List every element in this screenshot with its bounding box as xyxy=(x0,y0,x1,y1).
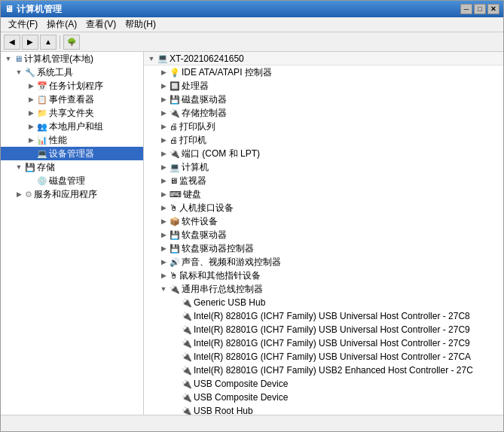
right-item-usb-root1[interactable]: 🔌 USB Root Hub xyxy=(144,404,503,415)
sidebar-item-perf[interactable]: ▶ 📊 性能 xyxy=(1,133,143,147)
sidebar-item-services[interactable]: ▶ ⚙ 服务和应用程序 xyxy=(1,187,143,201)
menu-bar: 文件(F) 操作(A) 查看(V) 帮助(H) xyxy=(1,17,503,32)
sidebar-item-task[interactable]: ▶ 📅 任务计划程序 xyxy=(1,79,143,93)
right-item-cpu[interactable]: ▶ 🔲 处理器 xyxy=(144,79,503,93)
softdev-expander: ▶ xyxy=(157,215,170,227)
right-item-storage-ctrl[interactable]: ▶ 🔌 存储控制器 xyxy=(144,106,503,120)
hdd-icon: 💾 xyxy=(170,95,180,105)
sidebar-item-devmgr[interactable]: 💻 设备管理器 xyxy=(1,147,143,160)
sidebar-item-user[interactable]: ▶ 👥 本地用户和组 xyxy=(1,120,143,133)
sidebar-item-share[interactable]: ▶ 📁 共享文件夹 xyxy=(1,106,143,120)
right-item-com[interactable]: ▶ 🔌 端口 (COM 和 LPT) xyxy=(144,147,503,160)
computer-icon: 💻 xyxy=(170,163,180,172)
storage-label: 存储 xyxy=(37,161,55,174)
usb-ctrl3-icon: 🔌 xyxy=(182,339,192,348)
right-item-printer[interactable]: ▶ 🖨 打印机 xyxy=(144,133,503,147)
right-root[interactable]: ▼ 💻 XT-202106241650 xyxy=(144,52,503,65)
printer-expander: ▶ xyxy=(157,134,170,146)
share-label: 共享文件夹 xyxy=(49,107,94,120)
right-item-usb-ctrl2[interactable]: 🔌 Intel(R) 82801G (ICH7 Family) USB Univ… xyxy=(144,323,503,336)
status-bar xyxy=(1,415,503,431)
window-icon: 🖥 xyxy=(5,4,14,14)
sidebar-item-disk[interactable]: 💿 磁盘管理 xyxy=(1,174,143,187)
menu-help[interactable]: 帮助(H) xyxy=(121,17,160,32)
right-item-keyboard[interactable]: ▶ ⌨ 键盘 xyxy=(144,187,503,201)
sidebar-item-sys-tools[interactable]: ▼ 🔧 系统工具 xyxy=(1,65,143,79)
right-item-usb-ctrl3[interactable]: 🔌 Intel(R) 82801G (ICH7 Family) USB Univ… xyxy=(144,336,503,350)
keyboard-expander: ▶ xyxy=(157,188,170,200)
root-icon: 🖥 xyxy=(14,54,23,63)
right-item-usb-comp2[interactable]: 🔌 USB Composite Device xyxy=(144,391,503,404)
usb-ctrl2-expander xyxy=(170,324,182,336)
usb-ctrl5-icon: 🔌 xyxy=(182,366,192,376)
right-item-usb-ctrl5[interactable]: 🔌 Intel(R) 82801G (ICH7 Family) USB2 Enh… xyxy=(144,364,503,377)
usb-root1-expander xyxy=(170,405,182,415)
sidebar-item-event[interactable]: ▶ 📋 事件查看器 xyxy=(1,93,143,106)
storage-icon: 💾 xyxy=(25,163,35,172)
usb-root1-icon: 🔌 xyxy=(182,406,192,415)
right-item-usb-comp1[interactable]: 🔌 USB Composite Device xyxy=(144,377,503,391)
monitor-expander: ▶ xyxy=(157,175,170,187)
right-item-usb[interactable]: ▼ 🔌 通用串行总线控制器 xyxy=(144,282,503,296)
usb-comp2-icon: 🔌 xyxy=(182,393,192,403)
keyboard-label: 键盘 xyxy=(183,188,201,201)
monitor-icon: 🖥 xyxy=(170,176,178,185)
task-expander: ▶ xyxy=(25,80,37,92)
usb-ctrl1-label: Intel(R) 82801G (ICH7 Family) USB Univer… xyxy=(194,311,470,321)
right-item-sound[interactable]: ▶ 🔊 声音、视频和游戏控制器 xyxy=(144,255,503,269)
left-root[interactable]: ▼ 🖥 计算机管理(本地) xyxy=(1,52,143,65)
toolbar: ◀ ▶ ▲ 🌳 xyxy=(1,32,503,52)
right-root-expander: ▼ xyxy=(145,53,157,65)
usb-ctrl5-expander xyxy=(170,364,182,376)
right-item-floppy-ctrl[interactable]: ▶ 💾 软盘驱动器控制器 xyxy=(144,242,503,255)
floppy-expander: ▶ xyxy=(157,229,170,241)
usb-ctrl2-label: Intel(R) 82801G (ICH7 Family) USB Univer… xyxy=(194,324,470,335)
right-item-floppy[interactable]: ▶ 💾 软盘驱动器 xyxy=(144,228,503,242)
right-item-ide[interactable]: ▶ 💡 IDE ATA/ATAPI 控制器 xyxy=(144,65,503,79)
maximize-button[interactable]: □ xyxy=(474,4,486,14)
share-expander: ▶ xyxy=(25,107,37,119)
print-q-expander: ▶ xyxy=(157,120,170,132)
right-item-print-q[interactable]: ▶ 🖨 打印队列 xyxy=(144,120,503,133)
back-button[interactable]: ◀ xyxy=(4,35,20,50)
right-root-icon: 💻 xyxy=(157,53,168,63)
com-expander: ▶ xyxy=(157,148,170,160)
ide-label: IDE ATA/ATAPI 控制器 xyxy=(182,66,272,79)
usb-hub-icon: 🔌 xyxy=(182,298,192,308)
menu-view[interactable]: 查看(V) xyxy=(81,17,121,32)
usb-ctrl4-icon: 🔌 xyxy=(182,352,192,362)
hdd-label: 磁盘驱动器 xyxy=(182,93,227,106)
share-icon: 📁 xyxy=(37,108,47,118)
right-item-usb-ctrl4[interactable]: 🔌 Intel(R) 82801G (ICH7 Family) USB Univ… xyxy=(144,350,503,364)
softdev-icon: 📦 xyxy=(170,217,180,227)
minimize-button[interactable]: ─ xyxy=(460,4,472,14)
usb-ctrl4-expander xyxy=(170,351,182,363)
right-item-hdd[interactable]: ▶ 💾 磁盘驱动器 xyxy=(144,93,503,106)
right-item-monitor[interactable]: ▶ 🖥 监视器 xyxy=(144,174,503,187)
menu-action[interactable]: 操作(A) xyxy=(42,17,81,32)
right-item-mouse[interactable]: ▶ 🖱 鼠标和其他指针设备 xyxy=(144,269,503,282)
com-label: 端口 (COM 和 LPT) xyxy=(182,148,260,160)
sidebar-item-storage[interactable]: ▼ 💾 存储 xyxy=(1,160,143,174)
printer-label: 打印机 xyxy=(179,134,206,147)
ide-icon: 💡 xyxy=(170,68,180,78)
mouse-label: 鼠标和其他指针设备 xyxy=(179,269,261,282)
usb-comp1-icon: 🔌 xyxy=(182,379,192,389)
disk-icon: 💿 xyxy=(37,176,47,186)
close-button[interactable]: ✕ xyxy=(487,4,499,14)
right-item-hid[interactable]: ▶ 🖱 人机接口设备 xyxy=(144,201,503,214)
computer-label: 计算机 xyxy=(182,161,209,174)
right-item-usb-hub[interactable]: 🔌 Generic USB Hub xyxy=(144,296,503,309)
up-button[interactable]: ▲ xyxy=(40,35,57,50)
hid-icon: 🖱 xyxy=(170,203,178,212)
forward-button[interactable]: ▶ xyxy=(22,35,38,50)
menu-file[interactable]: 文件(F) xyxy=(4,17,42,32)
right-item-softdev[interactable]: ▶ 📦 软件设备 xyxy=(144,214,503,228)
title-bar: 🖥 计算机管理 ─ □ ✕ xyxy=(1,1,503,17)
usb-label: 通用串行总线控制器 xyxy=(182,283,263,296)
right-item-computer[interactable]: ▶ 💻 计算机 xyxy=(144,160,503,174)
toolbar-separator xyxy=(60,35,60,49)
show-hide-tree-button[interactable]: 🌳 xyxy=(63,35,80,50)
right-item-usb-ctrl1[interactable]: 🔌 Intel(R) 82801G (ICH7 Family) USB Univ… xyxy=(144,309,503,323)
devmgr-label: 设备管理器 xyxy=(49,148,94,160)
